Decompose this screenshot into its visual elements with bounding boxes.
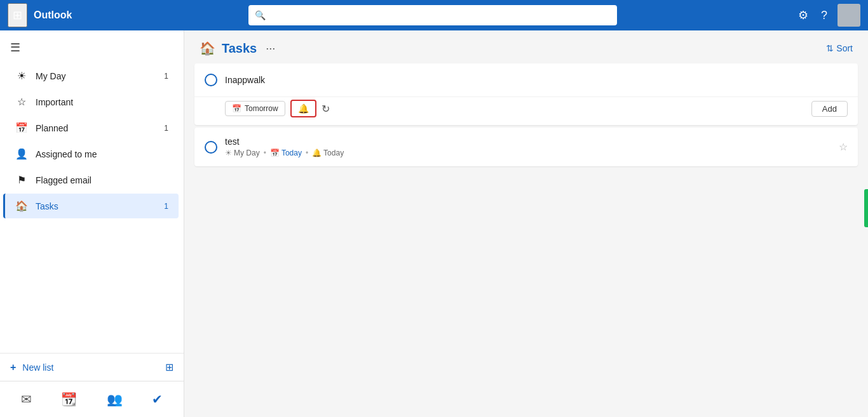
recur-icon[interactable]: ↻ xyxy=(322,103,330,115)
sun-icon: ☀ xyxy=(15,70,28,82)
task-test-main: test ☀ My Day • 📅 Today • xyxy=(194,128,858,166)
bell-meta-icon: 🔔 xyxy=(312,149,322,157)
nav-tasks-button[interactable]: ✔ xyxy=(148,388,166,411)
star-button-test[interactable]: ☆ xyxy=(839,141,848,153)
topbar: ⊞ Outlook 🔍 ⚙ ? xyxy=(0,0,868,30)
star-icon: ☆ xyxy=(15,96,28,108)
task-inappwalk-main: Inappwalk xyxy=(194,63,858,96)
calendar-chip-icon: 📅 xyxy=(232,104,241,113)
nav-calendar-button[interactable]: 📆 xyxy=(57,388,81,411)
sidebar-label-flagged: Flagged email xyxy=(36,175,161,185)
settings-button[interactable]: ⚙ xyxy=(793,4,813,26)
sidebar-badge-planned: 1 xyxy=(164,124,168,133)
tomorrow-chip[interactable]: 📅 Tomorrow xyxy=(225,101,285,116)
meta-reminder: 🔔 Today xyxy=(312,149,344,157)
cal-meta-icon: 📅 xyxy=(270,149,280,157)
sidebar-item-flagged-email[interactable]: ⚑ Flagged email xyxy=(5,168,179,192)
sidebar-label-assigned: Assigned to me xyxy=(36,149,161,159)
sidebar-toggle-area: ☰ xyxy=(0,36,184,60)
task-list: Inappwalk 📅 Tomorrow 🔔 ↻ Add xyxy=(184,63,868,417)
meta-myday: ☀ My Day xyxy=(225,149,260,157)
nav-mail-button[interactable]: ✉ xyxy=(17,388,36,411)
sidebar-item-planned[interactable]: 📅 Planned 1 xyxy=(5,116,179,140)
dot-2: • xyxy=(306,149,308,157)
sort-label: Sort xyxy=(836,43,853,53)
content-home-icon: 🏠 xyxy=(200,41,215,56)
sidebar-badge-tasks: 1 xyxy=(164,202,168,211)
bell-chip[interactable]: 🔔 xyxy=(290,100,316,117)
meta-due: 📅 Today xyxy=(270,149,302,157)
search-icon: 🔍 xyxy=(255,10,266,20)
tomorrow-label: Tomorrow xyxy=(245,104,278,113)
right-accent-bar xyxy=(864,189,868,227)
new-list-footer: + New list ⊞ xyxy=(0,353,184,381)
sidebar-label-important: Important xyxy=(36,97,161,107)
add-button[interactable]: Add xyxy=(811,101,848,117)
task-complete-circle-inappwalk[interactable] xyxy=(205,74,217,86)
content-area: 🏠 Tasks ··· ⇅ Sort Inappwalk 📅 Tomorrow xyxy=(184,30,868,417)
topbar-actions: ⚙ ? xyxy=(793,4,860,27)
sidebar-item-my-day[interactable]: ☀ My Day 1 xyxy=(5,63,179,88)
person-icon: 👤 xyxy=(15,148,28,160)
new-list-icon[interactable]: ⊞ xyxy=(165,361,173,373)
task-test-info: test ☀ My Day • 📅 Today • xyxy=(225,136,831,157)
home-icon: 🏠 xyxy=(15,200,28,212)
bell-icon: 🔔 xyxy=(298,103,309,114)
sidebar-bottom-nav: ✉ 📆 👥 ✔ xyxy=(0,381,184,417)
search-box: 🔍 xyxy=(248,5,617,25)
sun-meta-icon: ☀ xyxy=(225,149,232,157)
waffle-menu-button[interactable]: ⊞ xyxy=(8,3,27,27)
reminder-meta-text: Today xyxy=(323,149,344,157)
sidebar-label-my-day: My Day xyxy=(36,71,156,81)
dot-1: • xyxy=(264,149,266,157)
sidebar-item-tasks[interactable]: 🏠 Tasks 1 xyxy=(3,194,179,218)
nav-people-button[interactable]: 👥 xyxy=(103,388,126,411)
new-list-label[interactable]: New list xyxy=(22,362,159,373)
content-header: 🏠 Tasks ··· ⇅ Sort xyxy=(184,30,868,63)
task-complete-circle-test[interactable] xyxy=(205,141,217,154)
sidebar-label-tasks: Tasks xyxy=(36,201,156,211)
page-title: Tasks xyxy=(222,41,257,56)
plus-icon: + xyxy=(10,362,16,373)
task-title-inappwalk: Inappwalk xyxy=(225,75,848,85)
task-inappwalk-sub: 📅 Tomorrow 🔔 ↻ Add xyxy=(194,96,858,125)
myday-meta-text: My Day xyxy=(234,149,260,157)
app-title: Outlook xyxy=(34,10,72,21)
help-button[interactable]: ? xyxy=(816,5,832,26)
sidebar-label-planned: Planned xyxy=(36,123,156,133)
sidebar: ☰ ☀ My Day 1 ☆ Important 📅 Planned 1 xyxy=(0,30,184,417)
sidebar-item-important[interactable]: ☆ Important xyxy=(5,89,179,114)
due-meta-text: Today xyxy=(281,149,302,157)
task-card-test: test ☀ My Day • 📅 Today • xyxy=(194,128,858,166)
sidebar-toggle-button[interactable]: ☰ xyxy=(10,41,20,55)
flag-icon: ⚑ xyxy=(15,174,28,186)
sidebar-item-assigned-to-me[interactable]: 👤 Assigned to me xyxy=(5,142,179,166)
calendar-icon: 📅 xyxy=(15,122,28,134)
sidebar-nav: ☀ My Day 1 ☆ Important 📅 Planned 1 👤 Ass… xyxy=(0,62,184,348)
task-card-inappwalk: Inappwalk 📅 Tomorrow 🔔 ↻ Add xyxy=(194,63,858,125)
main-area: ☰ ☀ My Day 1 ☆ Important 📅 Planned 1 xyxy=(0,30,868,417)
avatar[interactable] xyxy=(837,4,860,27)
task-test-meta: ☀ My Day • 📅 Today • 🔔 Today xyxy=(225,149,831,157)
search-input[interactable] xyxy=(271,10,611,20)
sidebar-badge-my-day: 1 xyxy=(164,72,168,81)
sort-icon: ⇅ xyxy=(826,43,834,53)
task-title-test: test xyxy=(225,136,831,147)
sort-button[interactable]: ⇅ Sort xyxy=(826,43,853,53)
more-options-button[interactable]: ··· xyxy=(266,42,275,55)
